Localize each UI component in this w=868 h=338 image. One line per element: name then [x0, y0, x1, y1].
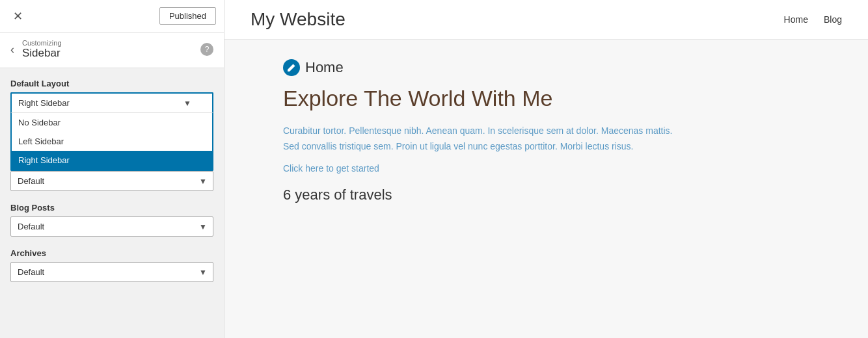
- close-button[interactable]: ✕: [8, 6, 28, 26]
- page-heading-row: Home: [283, 59, 829, 76]
- site-nav: Home Blog: [784, 14, 842, 25]
- hero-title: Explore The World With Me: [283, 85, 829, 112]
- dropdown-item-left-sidebar[interactable]: Left Sidebar: [12, 132, 212, 151]
- header-text-group: Customizing Sidebar: [22, 39, 62, 60]
- site-content: Home Explore The World With Me Curabitur…: [224, 40, 868, 338]
- preview-panel: My Website Home Blog Home Explore The Wo…: [224, 0, 868, 338]
- nav-home[interactable]: Home: [784, 14, 808, 25]
- edit-icon: [283, 59, 300, 76]
- page-heading: Home: [305, 59, 344, 76]
- nav-blog[interactable]: Blog: [824, 14, 842, 25]
- dropdown-item-right-sidebar[interactable]: Right Sidebar: [12, 151, 212, 170]
- published-button[interactable]: Published: [159, 7, 216, 25]
- customizing-label: Customizing: [22, 39, 62, 47]
- chevron-down-icon: ▼: [183, 99, 191, 108]
- pages-field: Default ▼: [10, 171, 213, 191]
- section-title: Sidebar: [22, 47, 62, 60]
- site-title: My Website: [251, 9, 346, 30]
- dropdown-list: No Sidebar Left Sidebar Right Sidebar: [10, 112, 213, 171]
- default-layout-dropdown[interactable]: Right Sidebar ▼ No Sidebar Left Sidebar …: [10, 92, 213, 112]
- travels-heading: 6 years of travels: [283, 187, 829, 203]
- customizer-topbar: ✕ Published: [0, 0, 224, 32]
- default-layout-label: Default Layout: [10, 79, 213, 88]
- customizer-section-header: ‹ Customizing Sidebar ?: [0, 32, 224, 68]
- site-header: My Website Home Blog: [224, 0, 868, 40]
- dropdown-item-no-sidebar[interactable]: No Sidebar: [12, 113, 212, 132]
- pages-select-wrapper: Default ▼: [10, 171, 213, 191]
- back-button[interactable]: ‹: [10, 43, 14, 57]
- default-layout-field: Default Layout Right Sidebar ▼ No Sideba…: [10, 79, 213, 112]
- blog-posts-field: Blog Posts Default ▼: [10, 203, 213, 237]
- hero-text-1: Curabitur tortor. Pellentesque nibh. Aen…: [283, 124, 673, 155]
- archives-label: Archives: [10, 248, 213, 258]
- cta-link[interactable]: Click here to get started: [283, 163, 829, 174]
- archives-select[interactable]: Default: [10, 262, 213, 282]
- blog-posts-select-wrapper: Default ▼: [10, 216, 213, 237]
- pencil-icon: [287, 63, 296, 72]
- dropdown-selected-value: Right Sidebar: [18, 98, 70, 108]
- blog-posts-select[interactable]: Default: [10, 216, 213, 237]
- pages-select[interactable]: Default: [10, 171, 213, 191]
- customizer-body: Default Layout Right Sidebar ▼ No Sideba…: [0, 68, 224, 338]
- archives-select-wrapper: Default ▼: [10, 262, 213, 282]
- blog-posts-label: Blog Posts: [10, 203, 213, 213]
- dropdown-trigger[interactable]: Right Sidebar ▼: [10, 92, 213, 112]
- archives-field: Archives Default ▼: [10, 248, 213, 282]
- help-icon[interactable]: ?: [200, 43, 213, 56]
- customizer-panel: ✕ Published ‹ Customizing Sidebar ? Defa…: [0, 0, 224, 338]
